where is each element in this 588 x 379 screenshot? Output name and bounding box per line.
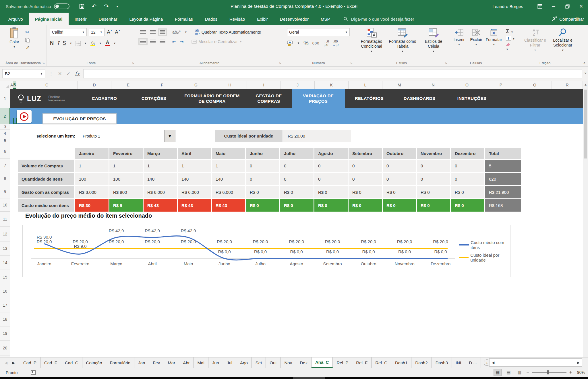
row-header-12[interactable]: 12 (0, 227, 10, 241)
column-header-e[interactable]: E (111, 81, 145, 89)
row-header-18[interactable]: 18 (0, 312, 10, 326)
column-header-a[interactable]: A (10, 81, 13, 89)
font-size-combo[interactable]: 12▼ (89, 28, 105, 36)
row-header-9[interactable]: 9 (0, 185, 10, 198)
nav-tab-gest-o-de-compras[interactable]: GESTÃO DE COMPRAS (246, 89, 292, 108)
sheet-tab-nov[interactable]: Nov (281, 357, 296, 368)
sheet-tab-mar[interactable]: Mar (164, 357, 179, 368)
menu-tab-p-gina-inicial[interactable]: Página Inicial (29, 13, 69, 25)
column-header-h[interactable]: H (213, 81, 247, 89)
menu-tab-dados[interactable]: Dados (199, 13, 223, 25)
nav-tab-cadastro[interactable]: CADASTRO (79, 89, 129, 108)
row-headers[interactable]: 1234567891011121314151617181920 (0, 89, 10, 357)
bold-button[interactable]: N (50, 40, 54, 46)
italic-button[interactable]: I (57, 40, 59, 46)
sheet-tab-set[interactable]: Set (252, 357, 266, 368)
menu-tab-desenhar[interactable]: Desenhar (92, 13, 123, 25)
restore-button[interactable] (560, 0, 574, 13)
column-header-f[interactable]: F (145, 81, 179, 89)
collapse-ribbon-icon[interactable]: ∧ (583, 61, 586, 65)
orientation-icon[interactable]: ab⤢ (172, 30, 181, 35)
sheet-tab-out[interactable]: Out (266, 357, 281, 368)
sheet-tab-jul[interactable]: Jul (223, 357, 236, 368)
decrease-indent-icon[interactable]: ⇤ (172, 39, 176, 44)
column-header-r[interactable]: R (552, 81, 583, 89)
align-right-icon[interactable] (160, 40, 165, 44)
underline-dropdown-icon[interactable]: ▼ (69, 42, 72, 45)
sheet-nav-right-icon[interactable]: ▶ (12, 361, 15, 365)
page-break-view-icon[interactable]: ▥ (515, 369, 523, 376)
undo-icon[interactable]: ↶ (92, 3, 97, 9)
row-header-2[interactable]: 2 (0, 108, 10, 124)
nav-tab-formul-rio-de-ordem-de-compra[interactable]: FORMULÁRIO DE ORDEM DE COMPRA (178, 89, 246, 108)
accounting-dropdown-icon[interactable]: ▼ (297, 42, 300, 45)
align-middle-icon[interactable] (150, 30, 156, 34)
nav-tab-instru-es[interactable]: INSTRUÇÕES (445, 89, 498, 108)
paste-dropdown-icon[interactable]: ▼ (13, 45, 16, 48)
item-select-dropdown[interactable]: Produto 1 ▼ (79, 130, 175, 142)
increase-font-icon[interactable]: A▲ (107, 29, 113, 35)
column-header-b[interactable]: B (13, 81, 16, 89)
accounting-format-icon[interactable] (287, 40, 293, 46)
increase-decimal-icon[interactable]: ←,0,00 (323, 40, 329, 47)
sheet-tab-mai[interactable]: Mai (194, 357, 208, 368)
row-header-14[interactable]: 14 (0, 256, 10, 270)
row-header-3[interactable]: 3 (0, 124, 10, 129)
zoom-in-icon[interactable]: + (569, 370, 572, 375)
wrap-text-button[interactable]: abc↩ Quebrar Texto Automaticamente (195, 29, 261, 36)
zoom-percentage[interactable]: 90% (575, 370, 585, 375)
cancel-icon[interactable]: ✕ (58, 71, 62, 76)
fill-color-dropdown-icon[interactable]: ▼ (99, 42, 102, 45)
autosum-icon[interactable]: Σ ▼ (506, 28, 522, 34)
paste-button[interactable]: Colar ▼ (3, 27, 25, 49)
underline-button[interactable]: S (63, 40, 66, 46)
decrease-decimal-icon[interactable]: ,00→,0 (333, 40, 339, 47)
sheet-tab-cad-p[interactable]: Cad_P (20, 357, 40, 368)
row-header-8[interactable]: 8 (0, 172, 10, 185)
ribbon-display-options-icon[interactable] (533, 0, 547, 13)
row-header-5[interactable]: 5 (0, 137, 10, 144)
sheet-tab-formul-rio[interactable]: Formulário (106, 357, 134, 368)
comma-style-icon[interactable]: 000 (312, 41, 320, 45)
vertical-scrollbar[interactable]: ▲ (583, 81, 588, 357)
number-dialog-launcher-icon[interactable]: ⇘ (350, 61, 353, 65)
font-name-combo[interactable]: Calibri▼ (50, 28, 87, 36)
cell-styles-button[interactable]: Estilos de Célula ▼ (419, 28, 448, 66)
vertical-scroll-thumb[interactable] (584, 90, 587, 158)
row-header-13[interactable]: 13 (0, 241, 10, 256)
percent-style-icon[interactable]: % (303, 40, 309, 47)
clear-icon[interactable]: ▼ (506, 42, 522, 51)
column-header-p[interactable]: P (484, 81, 518, 89)
macro-record-icon[interactable] (31, 370, 36, 375)
share-button[interactable]: Compartilhar (552, 13, 584, 25)
column-header-c[interactable]: C (16, 81, 78, 89)
sheet-tab-rel-f[interactable]: Rel_F (352, 357, 372, 368)
nav-tab-varia-o-de-pre-os[interactable]: VARIAÇÃO DE PREÇOS (292, 89, 345, 108)
scroll-up-icon[interactable]: ▲ (583, 83, 588, 86)
row-header-6[interactable]: 6 (0, 144, 10, 159)
menu-tab-inserir[interactable]: Inserir (69, 13, 93, 25)
clipboard-dialog-launcher-icon[interactable]: ⇘ (42, 61, 45, 65)
sheet-tab-d[interactable]: D ... (465, 357, 481, 368)
row-header-7[interactable]: 7 (0, 159, 10, 172)
sheet-tab-ini[interactable]: INI (452, 357, 465, 368)
nav-tab-relat-rios[interactable]: RELATÓRIOS (345, 89, 394, 108)
horizontal-scrollbar[interactable]: ◀ ▶ (489, 358, 582, 367)
sheet-tab-jan[interactable]: Jan (134, 357, 149, 368)
normal-view-icon[interactable]: ▦ (494, 369, 502, 376)
column-header-g[interactable]: G (179, 81, 213, 89)
autosave-switch[interactable] (54, 3, 69, 9)
customize-qat-icon[interactable]: ▾ (116, 5, 118, 8)
row-header-17[interactable]: 17 (0, 298, 10, 312)
sheet-tab-dash2[interactable]: Dash2 (411, 357, 432, 368)
nav-tab-dashboards[interactable]: DASHBOARDS (394, 89, 445, 108)
menu-tab-msp[interactable]: MSP (315, 13, 336, 25)
column-header-l[interactable]: L (349, 81, 382, 89)
menu-tab-revis-o[interactable]: Revisão (223, 13, 251, 25)
borders-dropdown-icon[interactable]: ▼ (84, 42, 87, 45)
select-all-corner[interactable] (0, 81, 10, 89)
decrease-font-icon[interactable]: A▼ (115, 29, 121, 35)
align-bottom-icon[interactable] (160, 30, 165, 34)
sheet-tab-cad-f[interactable]: Cad_F (40, 357, 61, 368)
alignment-dialog-launcher-icon[interactable]: ⇘ (279, 61, 281, 65)
